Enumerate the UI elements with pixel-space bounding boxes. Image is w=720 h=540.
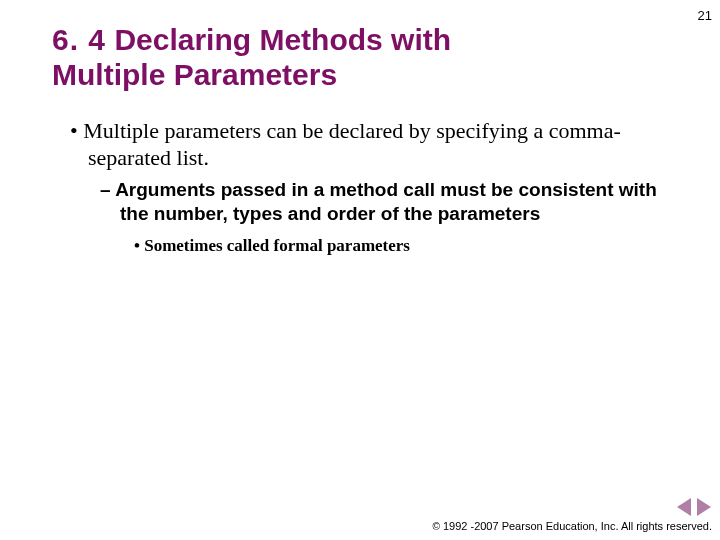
bullet-level-2: Arguments passed in a method call must b… [100, 178, 660, 226]
copyright-symbol: © [433, 521, 440, 532]
nav-controls [433, 497, 712, 516]
bullet-level-3: Sometimes called formal parameters [134, 235, 674, 257]
slide-content: Multiple parameters can be declared by s… [0, 93, 720, 258]
copyright-line: © 1992 -2007 Pearson Education, Inc. All… [433, 520, 712, 532]
slide-footer: © 1992 -2007 Pearson Education, Inc. All… [433, 497, 712, 532]
page-number: 21 [698, 8, 712, 23]
next-arrow-icon[interactable] [697, 498, 711, 516]
copyright-text: 1992 -2007 Pearson Education, Inc. All r… [440, 520, 712, 532]
title-text: Declaring Methods with Multiple Paramete… [52, 23, 451, 91]
slide-title: 6. 4 Declaring Methods with Multiple Par… [0, 0, 520, 93]
section-number: 6. 4 [52, 23, 106, 56]
prev-arrow-icon[interactable] [677, 498, 691, 516]
bullet-level-1: Multiple parameters can be declared by s… [70, 117, 630, 172]
